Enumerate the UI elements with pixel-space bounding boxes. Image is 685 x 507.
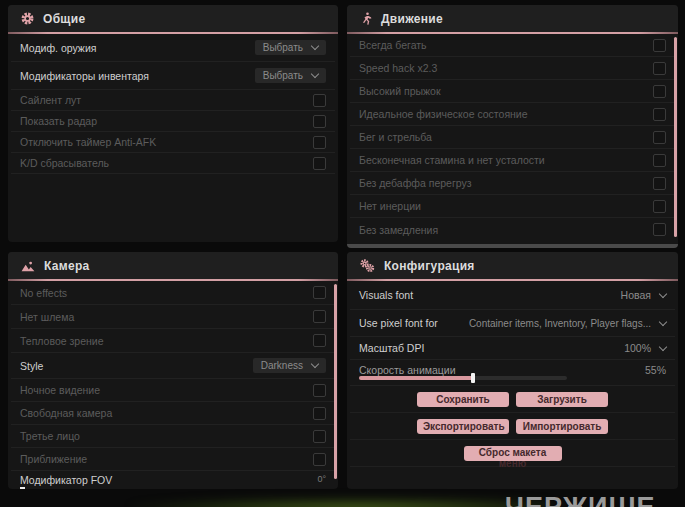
setting-label: Без дебаффа перегруз <box>359 177 472 189</box>
config-buttons-row-2: Экспортировать Импортировать <box>350 413 675 440</box>
row-speed-hack: Speed hack x2.3 <box>350 57 675 80</box>
save-button[interactable]: Сохранить <box>417 392 509 407</box>
night-vision-checkbox[interactable] <box>313 384 326 397</box>
export-button[interactable]: Экспортировать <box>417 419 509 434</box>
thermal-vision-checkbox[interactable] <box>313 334 326 347</box>
chevron-down-icon <box>311 42 319 50</box>
setting-label: Сайлент лут <box>20 94 81 106</box>
row-weapon-mod: Модиф. оружия Выбрать <box>11 34 335 62</box>
row-inventory-mods: Модификаторы инвентаря Выбрать <box>11 62 335 90</box>
row-night-vision: Ночное видение <box>11 379 335 402</box>
show-radar-checkbox[interactable] <box>313 115 326 128</box>
free-camera-checkbox[interactable] <box>313 407 326 420</box>
setting-label: Скорость анимации <box>359 364 456 376</box>
horizontal-scrollbar[interactable] <box>347 244 678 248</box>
panel-title: Движение <box>381 12 443 26</box>
panel-title: Конфигурация <box>384 259 475 273</box>
speed-hack-checkbox[interactable] <box>653 62 666 75</box>
dpi-scale-dropdown[interactable]: 100% <box>624 342 666 354</box>
row-dpi-scale: Масштаб DPI 100% <box>350 337 675 360</box>
vertical-scrollbar[interactable] <box>674 37 677 237</box>
chevron-down-icon <box>311 70 319 78</box>
runner-icon <box>360 12 372 25</box>
photo-icon <box>21 260 35 272</box>
panel-title: Камера <box>44 259 90 273</box>
panel-movement: Движение Всегда бегать Speed hack x2.3 В… <box>347 5 678 248</box>
chevron-down-icon <box>659 317 667 325</box>
row-thermal-vision: Тепловое зрение <box>11 329 335 353</box>
setting-label: No effects <box>20 287 67 299</box>
row-no-slowdown: Без замедления <box>350 218 675 241</box>
no-inertia-checkbox[interactable] <box>653 200 666 213</box>
slider-fill <box>359 376 473 380</box>
row-perfect-condition: Идеальное физическое состояние <box>350 103 675 126</box>
setting-label: Speed hack x2.3 <box>359 62 437 74</box>
no-effects-checkbox[interactable] <box>313 286 326 299</box>
slider-handle[interactable] <box>471 373 475 383</box>
setting-label: Style <box>20 360 43 372</box>
kd-reset-checkbox[interactable] <box>313 157 326 170</box>
high-jump-checkbox[interactable] <box>653 85 666 98</box>
chevron-down-icon <box>311 360 319 368</box>
mod-menu-overlay: Общие Модиф. оружия Выбрать Модификаторы… <box>0 0 685 507</box>
style-dropdown[interactable]: Darkness <box>253 358 326 373</box>
panel-movement-header[interactable]: Движение <box>347 5 678 32</box>
game-background-glow <box>130 497 550 507</box>
row-infinite-stamina: Бесконечная стамина и нет усталости <box>350 149 675 172</box>
load-button[interactable]: Загрузить <box>516 392 608 407</box>
row-visuals-font: Visuals font Новая <box>350 281 675 310</box>
dropdown-value: Выбрать <box>263 42 303 53</box>
setting-label: Use pixel font for <box>359 317 438 329</box>
setting-label: Третье лицо <box>20 430 80 442</box>
setting-label: Модификаторы инвентаря <box>20 70 149 82</box>
zoom-checkbox[interactable] <box>313 453 326 466</box>
watermark-text: ЧЕРЖИШЕ <box>505 492 656 507</box>
row-anti-afk: Отключить таймер Anti-AFK <box>11 132 335 153</box>
row-kd-reset: K/D сбрасыватель <box>11 153 335 174</box>
setting-label: Нет шлема <box>20 311 74 323</box>
import-button[interactable]: Импортировать <box>516 419 608 434</box>
reset-menu-layout-button[interactable]: Сброс макета меню <box>464 446 562 461</box>
no-helmet-checkbox[interactable] <box>313 310 326 323</box>
infinite-stamina-checkbox[interactable] <box>653 154 666 167</box>
panel-camera-header[interactable]: Камера <box>8 252 338 279</box>
setting-label: Высокий прыжок <box>359 85 441 97</box>
setting-label: Модификатор FOV <box>20 474 112 486</box>
dropdown-value: 100% <box>624 342 651 354</box>
panel-title: Общие <box>43 12 85 26</box>
panel-camera: Камера No effects Нет шлема Тепловое зре… <box>8 252 338 489</box>
row-no-helmet: Нет шлема <box>11 305 335 329</box>
animation-speed-slider[interactable] <box>359 376 567 380</box>
panel-general-header[interactable]: Общие <box>8 5 338 32</box>
row-silent-loot: Сайлент лут <box>11 90 335 111</box>
fov-value: 0° <box>317 474 326 484</box>
setting-label: Без замедления <box>359 224 438 236</box>
dropdown-value: Новая <box>621 289 651 301</box>
row-style: Style Darkness <box>11 353 335 379</box>
inventory-mods-dropdown[interactable]: Выбрать <box>255 68 326 83</box>
setting-label: Бег и стрельба <box>359 131 432 143</box>
no-overload-debuff-checkbox[interactable] <box>653 177 666 190</box>
weapon-mod-dropdown[interactable]: Выбрать <box>255 40 326 55</box>
row-no-overload-debuff: Без дебаффа перегруз <box>350 172 675 195</box>
row-third-person: Третье лицо <box>11 425 335 448</box>
vertical-scrollbar[interactable] <box>334 284 337 479</box>
row-no-inertia: Нет инерции <box>350 195 675 218</box>
row-animation-speed: Скорость анимации 55% <box>350 360 675 386</box>
perfect-condition-checkbox[interactable] <box>653 108 666 121</box>
always-run-checkbox[interactable] <box>653 39 666 52</box>
config-buttons-row-1: Сохранить Загрузить <box>350 386 675 413</box>
visuals-font-dropdown[interactable]: Новая <box>621 289 666 301</box>
row-pixel-font: Use pixel font for Container items, Inve… <box>350 310 675 337</box>
gears-icon <box>360 259 375 273</box>
run-and-shoot-checkbox[interactable] <box>653 131 666 144</box>
fov-slider-handle[interactable] <box>20 487 25 489</box>
panel-config-header[interactable]: Конфигурация <box>347 252 678 279</box>
no-slowdown-checkbox[interactable] <box>653 223 666 236</box>
third-person-checkbox[interactable] <box>313 430 326 443</box>
anti-afk-checkbox[interactable] <box>313 136 326 149</box>
row-run-and-shoot: Бег и стрельба <box>350 126 675 149</box>
row-fov-modifier: Модификатор FOV 0° <box>11 471 335 489</box>
pixel-font-dropdown[interactable]: Container items, Inventory, Player flags… <box>469 318 666 329</box>
silent-loot-checkbox[interactable] <box>313 94 326 107</box>
